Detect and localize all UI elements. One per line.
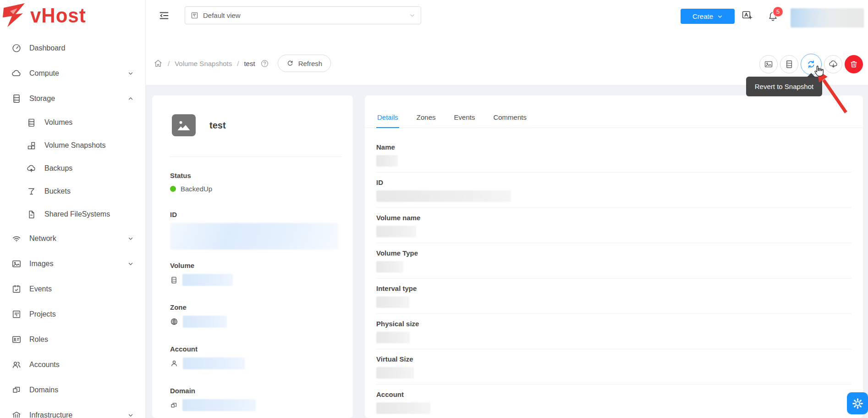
account-label: Account (170, 345, 342, 353)
id-value-redacted (170, 223, 338, 250)
volume-label: Volume (170, 262, 342, 269)
chevron-down-icon (717, 14, 723, 19)
status-label: Status (170, 172, 342, 179)
translate-icon[interactable] (742, 10, 753, 23)
sidebar-item-roles[interactable]: Roles (0, 327, 145, 352)
chevron-up-icon (128, 96, 133, 101)
sidebar-menu: Dashboard Compute Storage (0, 35, 145, 418)
brand-name: vHost (30, 5, 86, 25)
refresh-button-label: Refresh (298, 60, 323, 67)
detail-field-virtual-size: Virtual Size (376, 349, 852, 385)
sidebar-item-compute[interactable]: Compute (0, 61, 145, 86)
brand-logo[interactable]: vHost (0, 0, 145, 31)
tab-details[interactable]: Details (376, 113, 399, 128)
notification-bell-icon[interactable]: 5 (767, 11, 779, 24)
zone-value-redacted (183, 316, 227, 328)
create-template-button[interactable] (759, 55, 778, 73)
tab-comments[interactable]: Comments (492, 113, 527, 128)
sidebar-item-label: Compute (29, 69, 59, 78)
globe-icon (170, 318, 178, 326)
detail-field-id: ID (376, 173, 852, 208)
view-selector-value: Default view (203, 11, 241, 19)
field-label: Interval type (376, 284, 852, 292)
home-icon[interactable] (154, 59, 163, 68)
status-value: BackedUp (170, 184, 342, 193)
volume-value[interactable] (170, 274, 342, 286)
topbar: Default view Create 5 (146, 0, 868, 31)
picture-icon (11, 259, 22, 269)
resource-card: test Status BackedUp ID Volume Zone (152, 95, 353, 418)
field-value-redacted (376, 190, 511, 202)
sidebar-item-label: Roles (29, 335, 48, 344)
sidebar-item-shared-filesystems[interactable]: Shared FileSystems (0, 203, 145, 226)
create-volume-button[interactable] (780, 55, 798, 73)
sidebar-item-label: Domains (29, 386, 58, 394)
sidebar-item-label: Events (29, 285, 52, 293)
snapshot-thumbnail-icon (172, 114, 196, 136)
field-label: Virtual Size (376, 355, 852, 363)
domain-value-redacted (182, 399, 256, 411)
refresh-button[interactable]: Refresh (278, 55, 331, 72)
notification-badge: 5 (773, 7, 783, 17)
volume-value-redacted (182, 274, 233, 286)
field-value-redacted (376, 367, 414, 379)
brand-arrow-icon (2, 2, 30, 29)
sidebar-item-domains[interactable]: Domains (0, 377, 145, 402)
breadcrumb-section[interactable]: Volume Snapshots (175, 60, 232, 67)
user-profile-redacted[interactable] (791, 8, 864, 28)
resource-title: test (209, 120, 226, 131)
settings-gear-button[interactable] (847, 392, 868, 414)
help-icon[interactable] (260, 59, 269, 68)
account-value[interactable] (170, 357, 342, 369)
sidebar-item-volumes[interactable]: Volumes (0, 111, 145, 134)
volume-icon (27, 118, 37, 128)
status-dot (170, 186, 176, 192)
hand-cursor-icon (812, 64, 826, 78)
domain-value[interactable] (170, 399, 342, 411)
app: vHost Dashboard Compute (0, 0, 868, 418)
field-label: Account (376, 390, 852, 398)
idcard-icon (11, 334, 22, 345)
zone-value[interactable] (170, 316, 342, 328)
sidebar-item-events[interactable]: Events (0, 276, 145, 301)
sidebar-item-buckets[interactable]: Buckets (0, 180, 145, 203)
sidebar-item-storage[interactable]: Storage (0, 86, 145, 111)
field-value-redacted (376, 226, 416, 237)
block-icon (11, 385, 22, 395)
sidebar-item-network[interactable]: Network (0, 226, 145, 251)
sidebar-item-projects[interactable]: Projects (0, 301, 145, 327)
sidebar-item-infrastructure[interactable]: Infrastructure (0, 402, 145, 418)
details-card: Details Zones Events Comments Name ID Vo… (365, 95, 863, 418)
tab-events[interactable]: Events (453, 113, 476, 128)
calendar-check-icon (11, 284, 22, 294)
file-icon (27, 210, 37, 219)
create-button[interactable]: Create (681, 9, 735, 24)
domain-label: Domain (170, 387, 342, 395)
field-value-redacted (376, 296, 409, 308)
detail-field-volume-type: Volume Type (376, 243, 852, 279)
sidebar-item-volume-snapshots[interactable]: Volume Snapshots (0, 134, 145, 157)
detail-field-volume-name: Volume name (376, 208, 852, 243)
sidebar-item-label: Shared FileSystems (44, 210, 110, 218)
sidebar-item-label: Infrastructure (29, 411, 72, 418)
breadcrumb-current: test (244, 60, 255, 67)
view-selector[interactable]: Default view (185, 6, 421, 24)
sidebar-item-images[interactable]: Images (0, 251, 145, 276)
sidebar: vHost Dashboard Compute (0, 0, 146, 418)
sidebar-item-dashboard[interactable]: Dashboard (0, 35, 145, 61)
chevron-down-icon (409, 12, 415, 18)
menu-fold-icon[interactable] (159, 10, 170, 23)
dashboard-icon (11, 43, 22, 53)
field-label: Physical size (376, 320, 852, 328)
detail-field-account: Account (376, 385, 852, 418)
sidebar-item-label: Network (29, 234, 56, 243)
id-label: ID (170, 211, 342, 218)
field-value-redacted (376, 155, 398, 167)
volume-icon (785, 60, 794, 69)
project-icon (191, 11, 198, 19)
tab-zones[interactable]: Zones (416, 113, 437, 128)
sidebar-item-label: Projects (29, 310, 56, 318)
sidebar-item-accounts[interactable]: Accounts (0, 352, 145, 377)
sidebar-item-backups[interactable]: Backups (0, 157, 145, 180)
create-button-label: Create (692, 12, 713, 20)
